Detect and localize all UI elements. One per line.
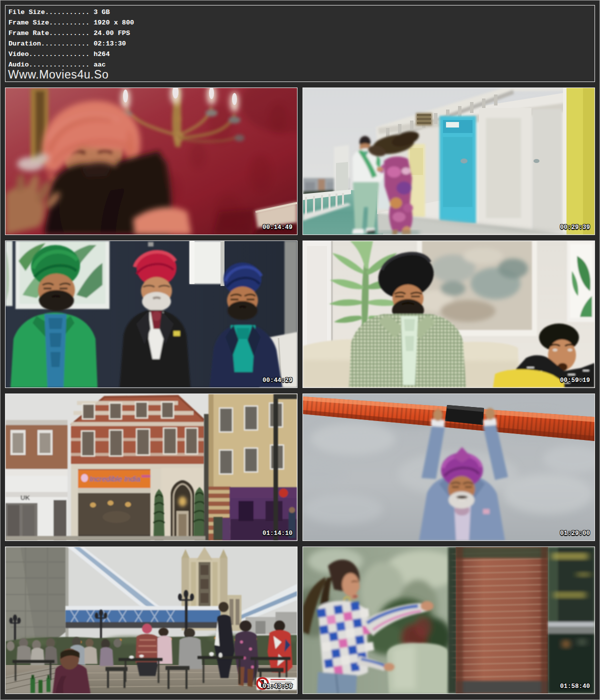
svg-text:UK: UK (20, 494, 30, 502)
svg-text:Incredible India: Incredible India (90, 474, 140, 483)
